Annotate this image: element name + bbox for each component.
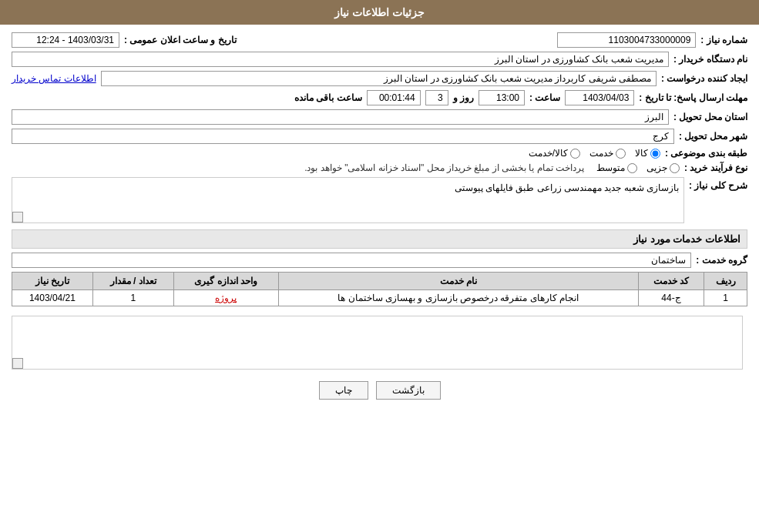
category-option-khedmat[interactable]: خدمت [589,148,626,159]
purchase-type-jozii[interactable]: جزیی [646,162,680,173]
td-row-num: 1 [704,290,747,306]
resize-handle [12,212,23,223]
page-header: جزئیات اطلاعات نیاز [0,0,759,25]
td-name: انجام کارهای متفرقه درخصوص بازسازی و بهس… [278,290,638,306]
print-button[interactable]: چاپ [319,381,368,400]
th-qty: تعداد / مقدار [92,273,173,290]
th-row: ردیف [704,273,747,290]
row-need-number: شماره نیاز : 1103004733000009 تاریخ و سا… [12,32,747,48]
row-requester-org: نام دستگاه خریدار : مدیریت شعب بانک کشاو… [12,52,747,67]
service-group-label: گروه خدمت : [696,255,747,266]
table-header-row: ردیف کد خدمت نام خدمت واحد اندازه گیری ت… [12,273,747,290]
general-desc-label: شرح کلی نیاز : [689,180,747,191]
category-option-kala[interactable]: کالا [635,148,660,159]
buttons-row: بازگشت چاپ [12,381,747,400]
province-value: البرز [12,109,669,125]
page-title: جزئیات اطلاعات نیاز [334,6,425,18]
response-time-label: ساعت : [529,92,560,103]
requester-org-value: مدیریت شعب بانک کشاورزی در استان البرز [12,52,669,67]
category-kala-khedmat-label: کالا/خدمت [529,148,568,159]
creator-value: مصطفی شریفی کاربرداز مدیریت شعب بانک کشا… [101,71,657,86]
row-purchase-type: نوع فرآیند خرید : جزیی متوسط پرداخت تمام… [12,162,747,173]
announcement-datetime-label: تاریخ و ساعت اعلان عمومی : [124,35,237,45]
purchase-type-radio-jozii[interactable] [670,163,680,173]
th-unit: واحد اندازه گیری [173,273,278,290]
response-time-value: 13:00 [479,90,525,105]
td-date: 1403/04/21 [12,290,93,306]
td-code: ج-44 [638,290,704,306]
category-radio-kala-khedmat[interactable] [570,149,580,159]
row-response-deadline: مهلت ارسال پاسخ: تا تاریخ : 1403/04/03 س… [12,90,747,105]
purchase-type-label: نوع فرآیند خرید : [684,162,747,173]
row-buyer-notes [12,313,747,370]
creator-label: ایجاد کننده درخواست : [661,73,747,84]
response-date-value: 1403/04/03 [565,90,634,105]
services-section-title: اطلاعات خدمات مورد نیاز [12,229,747,249]
service-group-value: ساختمان [12,253,691,268]
table-row: 1 ج-44 انجام کارهای متفرقه درخصوص بازساز… [12,290,747,306]
back-button[interactable]: بازگشت [376,381,441,400]
category-kala-label: کالا [635,148,648,159]
purchase-type-motavasset-label: متوسط [596,162,625,173]
announcement-datetime-value: 1403/03/31 - 12:24 [12,32,119,48]
row-general-desc: شرح کلی نیاز : بازسازی شعبه جدید مهمندسی… [12,177,747,223]
city-label: شهر محل تحویل : [679,131,747,142]
th-code: کد خدمت [638,273,704,290]
creator-contact-link[interactable]: اطلاعات تماس خریدار [12,73,96,84]
purchase-type-radio-group: جزیی متوسط [596,162,680,173]
need-number-value: 1103004733000009 [557,32,696,48]
remaining-time-label: ساعت باقی مانده [294,92,362,103]
row-province: استان محل تحویل : البرز [12,109,747,125]
category-label: طبقه بندی موضوعی : [665,148,747,159]
category-radio-kala[interactable] [650,149,660,159]
row-city: شهر محل تحویل : کرج [12,129,747,144]
category-radio-group: کالا خدمت کالا/خدمت [529,148,660,159]
category-option-kala-khedmat[interactable]: کالا/خدمت [529,148,580,159]
main-content: شماره نیاز : 1103004733000009 تاریخ و سا… [0,25,759,415]
services-table: ردیف کد خدمت نام خدمت واحد اندازه گیری ت… [12,272,747,306]
purchase-type-jozii-label: جزیی [646,162,667,173]
response-deadline-label: مهلت ارسال پاسخ: تا تاریخ : [639,92,747,103]
category-radio-khedmat[interactable] [616,149,626,159]
services-table-section: ردیف کد خدمت نام خدمت واحد اندازه گیری ت… [12,272,747,306]
city-value: کرج [12,129,674,144]
need-number-label: شماره نیاز : [700,35,747,45]
th-name: نام خدمت [278,273,638,290]
page-wrapper: جزئیات اطلاعات نیاز شماره نیاز : 1103004… [0,0,759,532]
purchase-type-note: پرداخت تمام یا بخشی از مبلغ خریداز محل "… [304,162,584,173]
purchase-type-radio-motavasset[interactable] [627,163,637,173]
general-desc-box: بازسازی شعبه جدید مهمندسی زراعی طبق فایل… [12,177,684,223]
row-category: طبقه بندی موضوعی : کالا خدمت کالا/خدمت [12,148,747,159]
general-desc-value: بازسازی شعبه جدید مهمندسی زراعی طبق فایل… [455,182,679,193]
td-unit: پروژه [173,290,278,306]
province-label: استان محل تحویل : [673,112,747,122]
buyer-notes-box [12,316,743,370]
row-service-group: گروه خدمت : ساختمان [12,253,747,268]
buyer-notes-resize-handle [12,358,23,369]
response-days-label: روز و [453,92,474,103]
category-khedmat-label: خدمت [589,148,613,159]
response-days-value: 3 [425,90,448,105]
remaining-time-value: 00:01:44 [367,90,421,105]
requester-org-label: نام دستگاه خریدار : [673,54,747,65]
td-qty: 1 [92,290,173,306]
purchase-type-motavasset[interactable]: متوسط [596,162,637,173]
th-date: تاریخ نیاز [12,273,93,290]
row-creator: ایجاد کننده درخواست : مصطفی شریفی کاربرد… [12,71,747,86]
